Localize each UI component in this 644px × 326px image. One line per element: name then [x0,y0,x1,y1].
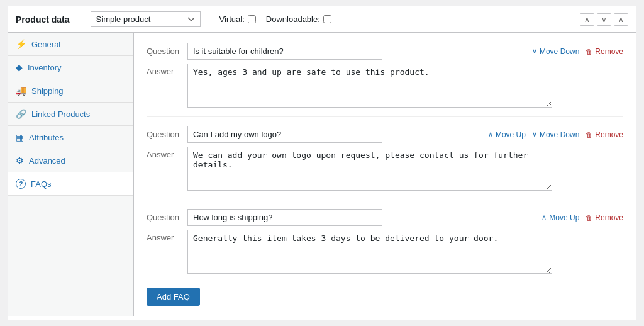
remove-icon-1: 🗑 [586,48,592,55]
faq-2-remove-label: Remove [595,130,623,139]
faq-2-actions: ∧ Move Up ∨ Move Down 🗑 Remove [488,129,623,140]
move-up-icon-3: ∧ [541,213,547,222]
faq-3-actions: ∧ Move Up 🗑 Remove [541,212,623,223]
faq-1-answer-textarea[interactable]: Yes, ages 3 and up are safe to use this … [187,64,552,108]
product-type-select[interactable]: Simple product Variable product Grouped … [91,11,201,27]
attributes-icon: ▦ [16,132,24,142]
header-arrows: ∧ ∨ ∧ [580,13,628,26]
answer-label-3: Answer [147,230,187,242]
faq-3-remove-label: Remove [595,213,623,222]
sidebar-label-general: General [31,40,60,49]
virtual-checkbox[interactable] [248,15,256,23]
faq-1-move-down-label: Move Down [540,47,579,56]
product-data-header: Product data — Simple product Variable p… [8,6,636,33]
sidebar-label-advanced: Advanced [29,156,65,166]
inventory-icon: ◆ [16,62,23,72]
downloadable-label: Downloadable: [266,14,320,24]
sidebar-item-advanced[interactable]: ⚙ Advanced [8,149,133,172]
faq-1-question-input-wrap [187,43,389,60]
collapse-up-btn[interactable]: ∧ [580,13,594,26]
faq-2-question-row: Question ∧ Move Up ∨ Move Down [147,126,623,143]
faq-2-move-up-btn[interactable]: ∧ Move Up [488,129,526,140]
sidebar-label-inventory: Inventory [28,63,61,72]
faq-2-answer-row: Answer We can add your own logo upon req… [147,147,623,191]
sidebar-item-linked-products[interactable]: 🔗 Linked Products [8,103,133,126]
faq-3-move-up-btn[interactable]: ∧ Move Up [541,212,579,223]
product-data-body: ⚡ General ◆ Inventory 🚚 Shipping 🔗 Linke… [8,33,636,316]
faq-3-answer-row: Answer Generally this item takes 3 days … [147,230,623,274]
faq-2-move-down-label: Move Down [540,130,579,139]
sidebar-label-shipping: Shipping [31,86,64,96]
answer-label-1: Answer [147,64,187,76]
faq-1-remove-btn[interactable]: 🗑 Remove [586,46,623,57]
faq-main-content: Question ∨ Move Down 🗑 Remove [134,33,636,316]
virtual-label: Virtual: [219,14,245,24]
add-faq-button[interactable]: Add FAQ [147,288,200,306]
move-down-icon-1: ∨ [532,47,537,55]
faq-3-remove-btn[interactable]: 🗑 Remove [586,212,623,223]
faq-1-actions: ∨ Move Down 🗑 Remove [532,46,623,57]
faq-2-move-up-label: Move Up [496,130,526,139]
faq-3-question-input[interactable] [187,209,382,226]
collapse-expand-btn[interactable]: ∧ [614,13,628,26]
product-data-box: Product data — Simple product Variable p… [8,6,636,320]
faq-item-3: Question ∧ Move Up 🗑 Remove [147,209,623,274]
faq-1-move-down-btn[interactable]: ∨ Move Down [532,46,579,57]
faq-2-question-input-wrap [187,126,389,143]
faq-3-question-row: Question ∧ Move Up 🗑 Remove [147,209,623,226]
question-label-2: Question [147,130,187,139]
sidebar-item-faqs[interactable]: ? FAQs [8,172,133,196]
general-icon: ⚡ [16,39,26,49]
sidebar: ⚡ General ◆ Inventory 🚚 Shipping 🔗 Linke… [8,33,134,316]
faqs-icon: ? [16,179,26,189]
virtual-option[interactable]: Virtual: [219,14,256,24]
product-data-title: Product data [16,14,70,25]
remove-icon-2: 🗑 [586,131,592,138]
answer-label-2: Answer [147,147,187,159]
faq-1-question-row: Question ∨ Move Down 🗑 Remove [147,43,623,60]
remove-icon-3: 🗑 [586,214,592,222]
shipping-icon: 🚚 [16,86,26,96]
sidebar-item-general[interactable]: ⚡ General [8,33,133,56]
question-label-3: Question [147,213,187,222]
sidebar-item-inventory[interactable]: ◆ Inventory [8,56,133,79]
advanced-icon: ⚙ [16,155,24,166]
faq-2-answer-textarea[interactable]: We can add your own logo upon request, p… [187,147,552,191]
header-options: Virtual: Downloadable: [219,14,331,24]
faq-2-question-input[interactable] [187,126,382,143]
faq-item-1: Question ∨ Move Down 🗑 Remove [147,43,623,108]
downloadable-checkbox[interactable] [323,15,331,23]
downloadable-option[interactable]: Downloadable: [266,14,331,24]
question-label-1: Question [147,47,187,56]
faq-3-answer-textarea[interactable]: Generally this item takes 3 days to be d… [187,230,552,274]
faq-2-remove-btn[interactable]: 🗑 Remove [586,129,623,140]
faq-item-2: Question ∧ Move Up ∨ Move Down [147,126,623,191]
faq-3-question-input-wrap [187,209,389,226]
faq-2-move-down-btn[interactable]: ∨ Move Down [532,129,579,140]
faq-3-move-up-label: Move Up [549,213,579,222]
move-down-icon-2: ∨ [532,130,537,138]
sidebar-item-attributes[interactable]: ▦ Attributes [8,126,133,149]
faq-1-answer-row: Answer Yes, ages 3 and up are safe to us… [147,64,623,108]
sidebar-label-faqs: FAQs [31,179,52,189]
sidebar-item-shipping[interactable]: 🚚 Shipping [8,79,133,103]
move-up-icon-2: ∧ [488,130,493,138]
collapse-down-btn[interactable]: ∨ [597,13,611,26]
linked-products-icon: 🔗 [16,109,26,119]
sidebar-label-attributes: Attributes [29,133,64,142]
faq-1-remove-label: Remove [595,47,623,56]
sidebar-label-linked-products: Linked Products [31,110,90,119]
header-dash: — [76,14,84,24]
add-faq-label: Add FAQ [157,292,190,301]
add-faq-wrap: Add FAQ [147,280,623,306]
faq-1-question-input[interactable] [187,43,382,60]
